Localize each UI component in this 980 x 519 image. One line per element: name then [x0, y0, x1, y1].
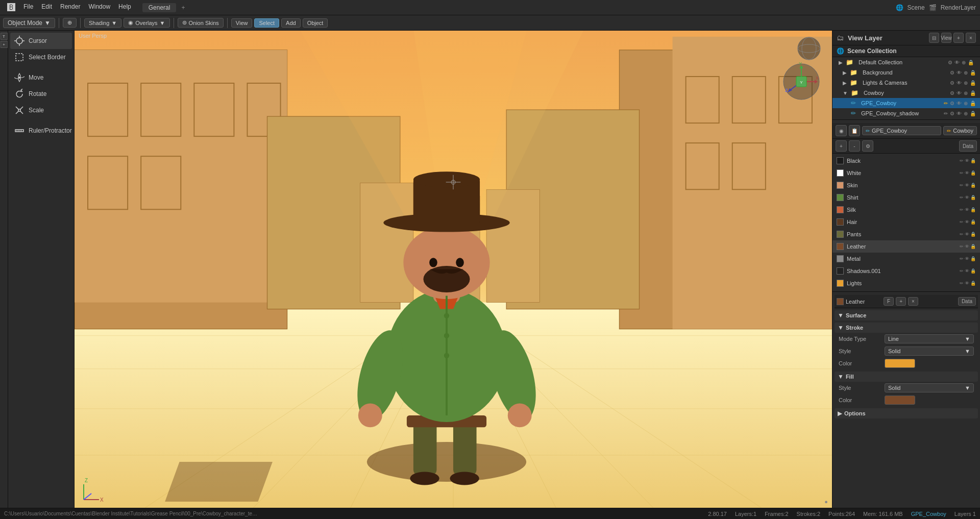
mat-black[interactable]: Black ✏ 👁 🔒 — [832, 155, 980, 167]
gpe-edit-icon[interactable]: ✏ — [944, 101, 948, 106]
select-btn[interactable]: Select — [254, 18, 279, 28]
bg-hide-icon[interactable]: 🔒 — [970, 70, 976, 76]
mat-shirt-eye-icon[interactable]: 👁 — [965, 195, 969, 200]
mat-skin-lock-icon[interactable]: 🔒 — [970, 183, 976, 188]
view-btn[interactable]: View — [231, 18, 253, 28]
stroke-mode-type-value[interactable]: Line ▼ — [885, 334, 974, 343]
gpe-viewport-icon[interactable]: 👁 — [957, 101, 962, 106]
workspace-tab-general[interactable]: General — [142, 3, 177, 12]
mat-metal[interactable]: Metal ✏ 👁 🔒 — [832, 253, 980, 265]
mat-add-btn[interactable]: + — [836, 140, 847, 152]
mat-tool-sphere[interactable]: ◉ — [836, 125, 847, 136]
tool-move[interactable]: Move — [10, 69, 72, 86]
restrict-select-icon[interactable]: ⊕ — [962, 60, 966, 65]
lights-cameras-item[interactable]: ▶ 📁 Lights & Cameras ⚙ 👁 ⊕ 🔒 — [832, 78, 980, 88]
mat-shadows001-eye-icon[interactable]: 👁 — [965, 268, 969, 274]
mat-plus-btn[interactable]: + — [896, 297, 906, 306]
restrict-hide-icon[interactable]: 🔒 — [968, 60, 974, 65]
mat-hair[interactable]: Hair ✏ 👁 🔒 — [832, 216, 980, 228]
mat-hair-lock-icon[interactable]: 🔒 — [970, 219, 976, 225]
mat-black-edit-icon[interactable]: ✏ — [960, 158, 964, 163]
add-render-layer-btn[interactable]: + — [953, 33, 964, 43]
menu-edit[interactable]: Edit — [38, 2, 55, 13]
tool-rotate[interactable]: Rotate — [10, 86, 72, 102]
onion-skins-btn[interactable]: ⊚ Onion Skins — [178, 18, 224, 28]
lc-select-icon[interactable]: ⊕ — [964, 80, 968, 86]
mat-lights-lock-icon[interactable]: 🔒 — [970, 281, 976, 286]
mat-pants-eye-icon[interactable]: 👁 — [965, 232, 969, 237]
view-layer-view-btn[interactable]: View — [941, 33, 951, 43]
cw-hide-icon[interactable]: 🔒 — [970, 90, 976, 96]
mat-white-eye-icon[interactable]: 👁 — [965, 170, 969, 176]
stroke-color-picker[interactable] — [885, 359, 915, 368]
sidebar-mini-create[interactable]: + — [1, 41, 8, 48]
mat-white[interactable]: White ✏ 👁 🔒 — [832, 167, 980, 179]
mat-skin-edit-icon[interactable]: ✏ — [960, 183, 964, 188]
tool-scale[interactable]: Scale — [10, 102, 72, 118]
cowboy-mat-label[interactable]: Cowboy — [953, 128, 973, 134]
fill-section-header[interactable]: ▼ Fill — [835, 372, 978, 382]
lc-hide-icon[interactable]: 🔒 — [970, 80, 976, 86]
viewport[interactable]: User Persp Y X Y Z — [75, 31, 832, 508]
workspace-tab-add[interactable]: + — [177, 3, 189, 12]
fill-color-picker[interactable] — [885, 396, 915, 405]
tool-ruler[interactable]: Ruler/Protractor — [10, 122, 72, 139]
fill-style-value[interactable]: Solid ▼ — [885, 383, 974, 392]
mat-shadows001-edit-icon[interactable]: ✏ — [960, 268, 964, 274]
default-collection-item[interactable]: ▶ 📁 Default Collection ⚙ 👁 ⊕ 🔒 — [832, 57, 980, 67]
tool-cursor[interactable]: Cursor — [10, 33, 72, 49]
mat-pants[interactable]: Pants ✏ 👁 🔒 — [832, 228, 980, 240]
mat-black-eye-icon[interactable]: 👁 — [965, 158, 969, 163]
shadow-render-icon[interactable]: ⚙ — [950, 111, 954, 116]
overlays-btn[interactable]: ◉ Overlays ▼ — [124, 18, 169, 28]
mat-data-tab-btn[interactable]: Data — [958, 297, 976, 306]
view-sphere[interactable] — [796, 36, 822, 63]
mat-f-btn[interactable]: F — [884, 297, 894, 306]
shadow-viewport-icon[interactable]: 👁 — [957, 111, 962, 116]
scene-label[interactable]: Scene — [908, 4, 925, 11]
mat-metal-lock-icon[interactable]: 🔒 — [970, 256, 976, 261]
object-btn[interactable]: Object — [303, 18, 328, 28]
transform-btn[interactable]: ⊕ — [63, 18, 77, 28]
restrict-render-icon[interactable]: ⚙ — [948, 60, 952, 65]
tool-select-border[interactable]: Select Border — [10, 49, 72, 65]
add-btn[interactable]: Add — [281, 18, 301, 28]
mat-remove-btn[interactable]: - — [849, 140, 860, 152]
mat-shadows001[interactable]: Shadows.001 ✏ 👁 🔒 — [832, 265, 980, 277]
menu-file[interactable]: File — [20, 2, 36, 13]
view-layer-label[interactable]: View Layer — [848, 34, 883, 42]
render-layer-label[interactable]: RenderLayer — [941, 4, 976, 11]
mat-shirt-lock-icon[interactable]: 🔒 — [970, 195, 976, 200]
shadow-select-icon[interactable]: ⊕ — [964, 111, 968, 116]
mat-leather-lock-icon[interactable]: 🔒 — [970, 244, 976, 249]
mat-x-btn[interactable]: × — [908, 297, 918, 306]
gpe-cowboy-mat-label[interactable]: GPE_Cowboy — [872, 128, 907, 134]
mat-silk[interactable]: Silk ✏ 👁 🔒 — [832, 204, 980, 216]
cw-viewport-icon[interactable]: 👁 — [957, 90, 962, 96]
restrict-viewport-icon[interactable]: 👁 — [954, 60, 960, 65]
options-section-header[interactable]: ▶ Options — [835, 408, 978, 418]
mat-lights[interactable]: Lights ✏ 👁 🔒 — [832, 277, 980, 289]
object-mode-dropdown[interactable]: Object Mode ▼ — [3, 18, 55, 28]
bg-viewport-icon[interactable]: 👁 — [957, 70, 962, 76]
menu-window[interactable]: Window — [85, 2, 113, 13]
cw-select-icon[interactable]: ⊕ — [964, 90, 968, 96]
mat-lights-eye-icon[interactable]: 👁 — [965, 281, 969, 286]
mat-leather-eye-icon[interactable]: 👁 — [965, 244, 969, 249]
mat-white-edit-icon[interactable]: ✏ — [960, 170, 964, 176]
shadow-edit-icon[interactable]: ✏ — [944, 111, 948, 116]
mat-tool-browse[interactable]: 📋 — [849, 125, 860, 136]
gpe-hide-icon[interactable]: 🔒 — [970, 101, 976, 106]
navigation-gizmo[interactable]: Y X Y Z — [781, 61, 822, 102]
remove-render-layer-btn[interactable]: × — [966, 33, 976, 43]
surface-section-header[interactable]: ▼ Surface — [835, 310, 978, 320]
gpe-render-icon[interactable]: ⚙ — [950, 101, 954, 106]
mat-leather[interactable]: Leather ✏ 👁 🔒 — [832, 240, 980, 253]
mat-black-lock-icon[interactable]: 🔒 — [970, 158, 976, 163]
bg-render-icon[interactable]: ⚙ — [950, 70, 954, 76]
stroke-section-header[interactable]: ▼ Stroke — [835, 323, 978, 333]
mat-skin-eye-icon[interactable]: 👁 — [965, 183, 969, 188]
mat-hair-edit-icon[interactable]: ✏ — [960, 219, 964, 225]
menu-help[interactable]: Help — [115, 2, 134, 13]
mat-shirt-edit-icon[interactable]: ✏ — [960, 195, 964, 200]
